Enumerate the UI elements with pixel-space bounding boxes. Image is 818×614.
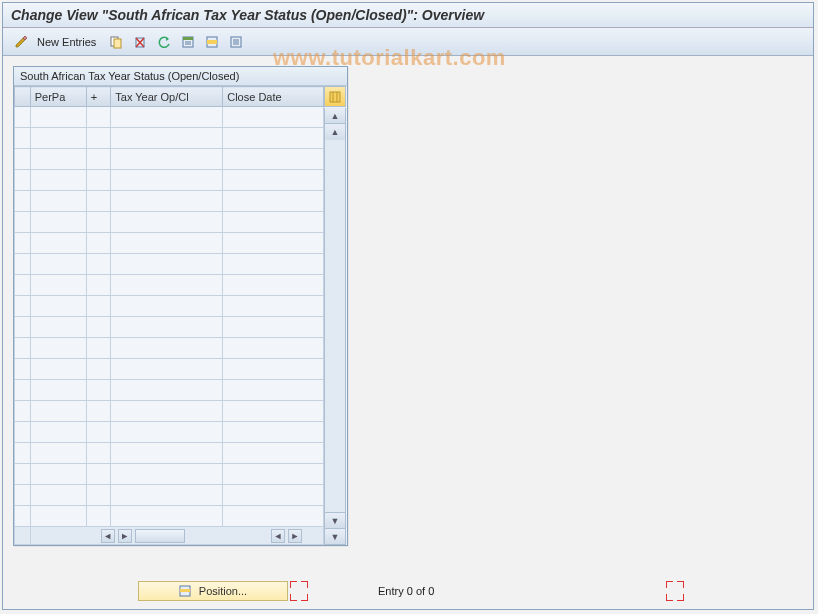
vscrollbar[interactable]: ▲ ▲ ▼ ▼	[324, 108, 346, 545]
corner-cell[interactable]	[15, 87, 31, 107]
cell-closedate[interactable]	[223, 359, 324, 380]
cell-taxyear[interactable]	[111, 317, 223, 338]
row-selector[interactable]	[15, 338, 31, 359]
cell-closedate[interactable]	[223, 233, 324, 254]
cell-plus[interactable]	[86, 233, 111, 254]
cell-plus[interactable]	[86, 254, 111, 275]
cell-perpa[interactable]	[30, 128, 86, 149]
copy-icon[interactable]	[106, 32, 126, 52]
cell-taxyear[interactable]	[111, 128, 223, 149]
cell-taxyear[interactable]	[111, 401, 223, 422]
cell-taxyear[interactable]	[111, 485, 223, 506]
cell-closedate[interactable]	[223, 275, 324, 296]
cell-plus[interactable]	[86, 464, 111, 485]
cell-plus[interactable]	[86, 149, 111, 170]
vscroll-down2-icon[interactable]: ▼	[325, 512, 345, 528]
cell-closedate[interactable]	[223, 212, 324, 233]
cell-perpa[interactable]	[30, 296, 86, 317]
cell-taxyear[interactable]	[111, 359, 223, 380]
cell-plus[interactable]	[86, 275, 111, 296]
row-selector[interactable]	[15, 149, 31, 170]
delete-icon[interactable]	[130, 32, 150, 52]
row-selector[interactable]	[15, 422, 31, 443]
row-selector[interactable]	[15, 401, 31, 422]
cell-perpa[interactable]	[30, 233, 86, 254]
cell-plus[interactable]	[86, 401, 111, 422]
hscroll-right-icon[interactable]: ►	[118, 529, 132, 543]
row-selector[interactable]	[15, 296, 31, 317]
cell-perpa[interactable]	[30, 359, 86, 380]
col-header-perpa[interactable]: PerPa	[30, 87, 86, 107]
cell-closedate[interactable]	[223, 506, 324, 527]
row-selector[interactable]	[15, 128, 31, 149]
row-selector[interactable]	[15, 317, 31, 338]
cell-perpa[interactable]	[30, 275, 86, 296]
cell-plus[interactable]	[86, 191, 111, 212]
cell-taxyear[interactable]	[111, 422, 223, 443]
cell-plus[interactable]	[86, 359, 111, 380]
cell-taxyear[interactable]	[111, 233, 223, 254]
hscroll-right2-icon[interactable]: ►	[288, 529, 302, 543]
row-selector[interactable]	[15, 359, 31, 380]
row-selector[interactable]	[15, 233, 31, 254]
hscroll-left2-icon[interactable]: ◄	[271, 529, 285, 543]
cell-closedate[interactable]	[223, 401, 324, 422]
row-selector[interactable]	[15, 485, 31, 506]
cell-taxyear[interactable]	[111, 170, 223, 191]
row-selector[interactable]	[15, 275, 31, 296]
cell-perpa[interactable]	[30, 107, 86, 128]
cell-closedate[interactable]	[223, 443, 324, 464]
row-selector[interactable]	[15, 170, 31, 191]
select-all-icon[interactable]	[178, 32, 198, 52]
cell-closedate[interactable]	[223, 149, 324, 170]
cell-perpa[interactable]	[30, 443, 86, 464]
row-selector[interactable]	[15, 443, 31, 464]
cell-perpa[interactable]	[30, 170, 86, 191]
cell-plus[interactable]	[86, 317, 111, 338]
cell-closedate[interactable]	[223, 317, 324, 338]
cell-perpa[interactable]	[30, 485, 86, 506]
cell-closedate[interactable]	[223, 464, 324, 485]
cell-taxyear[interactable]	[111, 191, 223, 212]
cell-plus[interactable]	[86, 485, 111, 506]
cell-taxyear[interactable]	[111, 464, 223, 485]
cell-perpa[interactable]	[30, 401, 86, 422]
select-block-icon[interactable]	[202, 32, 222, 52]
cell-closedate[interactable]	[223, 485, 324, 506]
cell-plus[interactable]	[86, 212, 111, 233]
cell-perpa[interactable]	[30, 254, 86, 275]
cell-taxyear[interactable]	[111, 443, 223, 464]
cell-plus[interactable]	[86, 380, 111, 401]
cell-plus[interactable]	[86, 443, 111, 464]
hscroll-thumb[interactable]	[135, 529, 185, 543]
vscroll-up-icon[interactable]: ▲	[325, 108, 345, 124]
row-selector[interactable]	[15, 464, 31, 485]
cell-perpa[interactable]	[30, 422, 86, 443]
vscroll-down-icon[interactable]: ▼	[325, 528, 345, 544]
cell-closedate[interactable]	[223, 128, 324, 149]
row-selector[interactable]	[15, 191, 31, 212]
cell-plus[interactable]	[86, 128, 111, 149]
row-selector[interactable]	[15, 506, 31, 527]
cell-closedate[interactable]	[223, 191, 324, 212]
deselect-all-icon[interactable]	[226, 32, 246, 52]
cell-perpa[interactable]	[30, 464, 86, 485]
table-config-icon[interactable]	[324, 86, 346, 107]
col-header-closedate[interactable]: Close Date	[223, 87, 324, 107]
cell-taxyear[interactable]	[111, 254, 223, 275]
cell-perpa[interactable]	[30, 338, 86, 359]
cell-closedate[interactable]	[223, 296, 324, 317]
cell-taxyear[interactable]	[111, 506, 223, 527]
cell-perpa[interactable]	[30, 506, 86, 527]
cell-closedate[interactable]	[223, 254, 324, 275]
cell-taxyear[interactable]	[111, 149, 223, 170]
cell-closedate[interactable]	[223, 422, 324, 443]
undo-icon[interactable]	[154, 32, 174, 52]
cell-plus[interactable]	[86, 107, 111, 128]
position-button[interactable]: Position...	[138, 581, 288, 601]
cell-closedate[interactable]	[223, 338, 324, 359]
row-selector[interactable]	[15, 254, 31, 275]
cell-perpa[interactable]	[30, 212, 86, 233]
cell-plus[interactable]	[86, 422, 111, 443]
cell-plus[interactable]	[86, 296, 111, 317]
